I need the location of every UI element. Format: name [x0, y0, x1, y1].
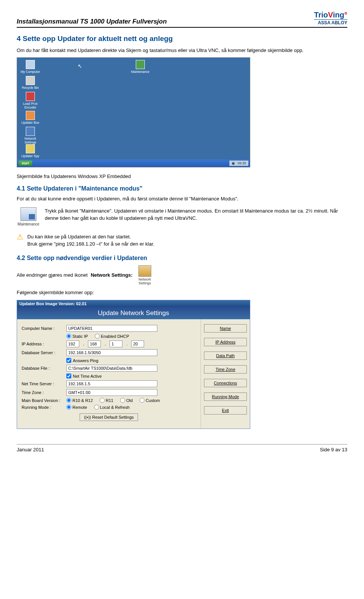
- section-4-1-heading: 4.1 Sette Updateren i "Maintenance modus…: [17, 185, 347, 192]
- warning-icon: ⚠: [17, 233, 24, 241]
- ip-field-4[interactable]: [131, 340, 144, 347]
- network-settings-dialog: Updater Box Image Version: 02.01 Update …: [17, 300, 250, 429]
- recycle-bin-icon: Recycle Bin: [19, 76, 41, 90]
- running-mode-label: Running Mode :: [22, 405, 63, 410]
- desktop-caption: Skjermbilde fra Updaterens Windows XP Em…: [17, 173, 347, 180]
- tray-icon: ▣: [232, 161, 235, 165]
- system-tray: ▣09:35: [229, 161, 248, 166]
- time-zone-label: Time Zone :: [22, 390, 63, 395]
- db-server-field[interactable]: [66, 349, 157, 356]
- side-datapath-button[interactable]: Data Path: [204, 352, 247, 360]
- mbv-old-radio[interactable]: Old: [120, 398, 133, 403]
- start-button[interactable]: start: [19, 161, 32, 166]
- side-connections-button[interactable]: Connections: [204, 379, 247, 387]
- network-settings-desktop-icon: Network Settings: [19, 127, 41, 144]
- ip-field-1[interactable]: [66, 340, 79, 347]
- section-4-2-heading: 4.2 Sette opp nødvendige verdier i Updat…: [17, 255, 347, 262]
- dialog-intro: Følgende skjermbilde kommer opp:: [17, 289, 347, 296]
- dialog-sidebar: Name IP Address Data Path Time Zone Conn…: [201, 319, 250, 429]
- time-zone-field[interactable]: [66, 389, 157, 396]
- warning-text: Du kan ikke se på Updateren at den har s…: [27, 233, 154, 248]
- side-running-mode-button[interactable]: Running Mode: [204, 393, 247, 401]
- desktop-screenshot: ↖ My Computer Recycle Bin Load Prox Enco…: [17, 57, 250, 167]
- taskbar: start ▣09:35: [17, 159, 250, 167]
- side-exit-button[interactable]: Exit: [204, 406, 247, 415]
- main-board-version-label: Main Board Version :: [22, 398, 63, 403]
- maintenance-icon: Maintenance: [17, 207, 40, 226]
- network-settings-line: Alle endringer gjøres med ikonet Network…: [17, 265, 347, 285]
- side-ip-button[interactable]: IP Address: [204, 338, 247, 346]
- ip-field-3[interactable]: [110, 340, 122, 347]
- mbv-r10-r12-radio[interactable]: R10 & R12: [66, 398, 93, 403]
- section-4-intro: Om du har fått kontakt med Updateren dir…: [17, 47, 347, 54]
- net-time-server-field[interactable]: [66, 380, 157, 387]
- updater-spy-icon: Updater Spy: [19, 144, 41, 158]
- maintenance-instruction: Maintenance Trykk på Ikonet "Maintenance…: [17, 207, 347, 226]
- network-settings-icon: Network Settings: [136, 265, 154, 285]
- static-ip-radio[interactable]: Static IP: [66, 334, 88, 339]
- maintenance-text: Trykk på Ikonet "Maintenance". Updateren…: [45, 207, 347, 226]
- mbv-r11-radio[interactable]: R11: [100, 398, 113, 403]
- net-time-active-checkbox[interactable]: Net Time Active: [66, 374, 196, 378]
- footer-page: Side 9 av 13: [320, 447, 347, 452]
- computer-name-label: Computer Name :: [22, 326, 63, 331]
- load-prox-icon: Load Prox Encoder: [19, 92, 41, 109]
- mbv-custom-radio[interactable]: Custom: [140, 398, 160, 403]
- trioving-logo: TrioVing°: [314, 11, 347, 19]
- dialog-main: Computer Name : Static IP Enabled DHCP I…: [17, 319, 201, 429]
- ip-field-2[interactable]: [88, 340, 101, 347]
- reset-default-settings-button[interactable]: ((•)) Reset Default Settings: [80, 413, 138, 421]
- rmode-local-radio[interactable]: Local & Refresh: [94, 405, 130, 410]
- ip-address-label: IP Address :: [22, 342, 63, 346]
- clock: 09:35: [237, 161, 246, 165]
- side-name-button[interactable]: Name: [204, 324, 247, 333]
- cursor-icon: ↖: [78, 63, 82, 69]
- section-4-1-intro: For at du skal kunne endre oppsett i Upd…: [17, 195, 347, 203]
- net-time-server-label: Net Time Server :: [22, 381, 63, 386]
- enabled-dhcp-radio[interactable]: Enabled DHCP: [95, 334, 129, 339]
- rmode-remote-radio[interactable]: Remote: [66, 405, 87, 410]
- side-timezone-button[interactable]: Time Zone: [204, 365, 247, 374]
- footer-date: Januar 2011: [17, 447, 44, 452]
- dialog-titlebar: Updater Box Image Version: 02.01: [17, 300, 250, 307]
- maintenance-desktop-icon: Maintenance: [129, 60, 151, 74]
- db-file-field[interactable]: [66, 365, 157, 372]
- page-header: Installasjonsmanual TS 1000 Updater Full…: [17, 11, 347, 28]
- answers-ping-checkbox[interactable]: Answers Ping: [66, 358, 196, 363]
- section-4-heading: 4 Sette opp Updater for aktuelt nett og …: [17, 35, 347, 43]
- manual-title: Installasjonsmanual TS 1000 Updater Full…: [17, 18, 167, 25]
- my-computer-icon: My Computer: [19, 60, 41, 74]
- updater-box-icon: Updater Box: [19, 111, 41, 125]
- assaabloy-logo: ASSA ABLOY: [314, 19, 347, 25]
- db-server-label: Database Server :: [22, 350, 63, 355]
- computer-name-field[interactable]: [66, 325, 157, 332]
- brand-logo: TrioVing° ASSA ABLOY: [314, 11, 347, 25]
- dialog-banner: Update Network Settings: [17, 307, 250, 319]
- page-footer: Januar 2011 Side 9 av 13: [17, 444, 347, 452]
- db-file-label: Database File :: [22, 366, 63, 370]
- warning-note: ⚠ Du kan ikke se på Updateren at den har…: [17, 233, 347, 248]
